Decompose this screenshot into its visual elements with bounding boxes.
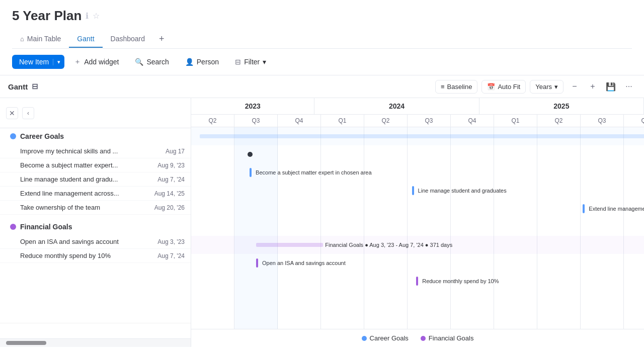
gantt-title-label: Gantt [8,82,28,91]
gantt-item-row: Line manage student and graduates [191,182,644,200]
save-view-button[interactable]: 💾 [604,79,618,94]
add-widget-button[interactable]: ＋ Add widget [67,54,125,70]
gantt-item-row [191,145,644,163]
gantt-item-row: Become a subject matter expert in chosen… [191,163,644,182]
item-name: Become a subject matter expert... [20,161,118,169]
list-item[interactable]: Reduce monthly spend by 10% Aug 7, '24 [0,249,191,263]
list-item[interactable]: Extend line management across... Aug 14,… [0,187,191,201]
years-dropdown[interactable]: Years ▾ [530,80,564,94]
add-tab-button[interactable]: + [153,30,171,48]
gantt-bar[interactable] [256,258,258,268]
tab-gantt[interactable]: Gantt [69,31,102,48]
years-dropdown-arrow: ▾ [554,83,558,91]
list-item[interactable]: Take ownership of the team Aug 20, '26 [0,201,191,215]
scrollbar[interactable] [6,341,46,345]
person-button[interactable]: 👤 Person [179,54,225,69]
search-icon: 🔍 [135,58,143,66]
close-x-button[interactable]: ✕ [6,107,18,119]
list-item[interactable]: Become a subject matter expert... Aug 9,… [0,158,191,172]
item-name: Open an ISA and savings account [20,238,119,245]
new-item-label: New Item [19,58,53,66]
item-name: Reduce monthly spend by 10% [20,252,111,259]
gantt-group-row: Aug 17, '26 ● 1465 days [191,127,644,145]
item-date: Aug 9, '23 [157,162,185,169]
calendar-icon: 📅 [487,83,495,91]
tab-gantt-label: Gantt [77,35,94,43]
gantt-bar[interactable] [250,168,252,177]
filter-icon: ⊟ [235,58,241,66]
gantt-bar[interactable] [583,204,585,213]
gantt-bar[interactable] [200,134,644,138]
filter-dropdown-arrow: ▾ [263,58,266,66]
legend-item-career: Career Goals [362,334,409,342]
career-goals-label: Career Goals [20,132,64,140]
gantt-item-row: Extend line manageme [191,200,644,218]
zoom-out-button[interactable]: − [568,79,582,94]
baseline-button[interactable]: ≡ Baseline [435,80,477,94]
legend-dot-financial [421,336,426,341]
filter-button[interactable]: ⊟ Filter ▾ [228,54,273,69]
item-date: Aug 14, '25 [154,190,185,197]
search-button[interactable]: 🔍 Search [128,54,175,69]
list-item[interactable]: Improve my technical skills and ... Aug … [0,144,191,158]
item-name: Improve my technical skills and ... [20,147,118,155]
group-financial-goals[interactable]: Financial Goals [0,219,191,235]
gantt-item-row [191,218,644,236]
milestone-marker [248,152,253,157]
bar-label: Reduce monthly spend by 10% [422,278,499,284]
tab-main-table[interactable]: ⌂ Main Table [12,31,69,48]
baseline-icon: ≡ [441,83,445,91]
bar-label: Financial Goals ● Aug 3, '23 - Aug 7, '2… [325,242,452,248]
person-icon: 👤 [185,58,194,66]
tab-dashboard-label: Dashboard [111,35,145,43]
legend-label-financial: Financial Goals [429,334,474,342]
list-item[interactable]: Line manage student and gradu... Aug 7, … [0,172,191,187]
financial-goals-dot [10,224,16,230]
item-name: Line manage student and gradu... [20,175,118,183]
item-name: Take ownership of the team [20,204,100,211]
financial-goals-label: Financial Goals [20,223,72,231]
gantt-filter-icon[interactable]: ⊟ [32,82,38,91]
star-icon[interactable]: ☆ [93,11,100,21]
bar-label: Line manage student and graduates [418,188,507,194]
new-item-dropdown-arrow[interactable]: ▾ [53,59,64,65]
plus-icon: ＋ [74,57,81,66]
new-item-button[interactable]: New Item ▾ [12,55,64,69]
item-date: Aug 17 [166,148,185,155]
bar-label: Become a subject matter expert in chosen… [256,169,372,175]
gantt-item-row: Open an ISA and savings account [191,254,644,272]
gantt-bar[interactable] [416,277,418,286]
item-name: Extend line management across... [20,190,119,197]
collapse-left-button[interactable]: ‹ [22,107,34,119]
house-icon: ⌂ [20,35,24,43]
item-date: Aug 3, '23 [157,238,185,245]
group-career-goals[interactable]: Career Goals [0,128,191,144]
gantt-bar[interactable] [412,186,414,195]
bar-label: Open an ISA and savings account [262,260,346,266]
legend-dot-career [362,336,367,341]
tab-dashboard[interactable]: Dashboard [103,31,153,48]
project-title: 5 Year Plan [12,8,82,24]
tab-main-table-label: Main Table [27,35,61,43]
info-icon[interactable]: ℹ [86,11,89,21]
gantt-group-row: Financial Goals ● Aug 3, '23 - Aug 7, '2… [191,236,644,254]
auto-fit-button[interactable]: 📅 Auto Fit [481,80,526,94]
zoom-in-button[interactable]: + [586,79,600,94]
item-date: Aug 7, '24 [157,252,185,259]
item-date: Aug 7, '24 [157,176,185,183]
career-goals-dot [10,133,16,139]
legend-item-financial: Financial Goals [421,334,474,342]
list-item[interactable]: Open an ISA and savings account Aug 3, '… [0,235,191,249]
bar-label: Extend line manageme [589,206,644,212]
gantt-bar[interactable] [256,243,323,247]
gantt-item-row: Reduce monthly spend by 10% [191,272,644,290]
legend-label-career: Career Goals [370,334,409,342]
item-date: Aug 20, '26 [154,204,185,211]
more-options-button[interactable]: ··· [622,79,636,94]
